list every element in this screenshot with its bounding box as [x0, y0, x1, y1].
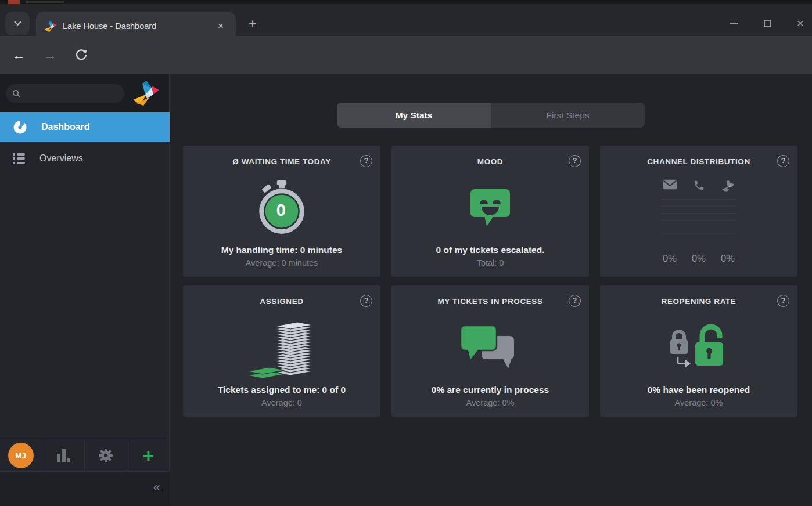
card-reopening-rate: REOPENING RATE ? 0% have been reopene [600, 285, 797, 417]
chat-bubbles-icon [459, 324, 521, 372]
background-window-fragment [26, 1, 64, 3]
card-title: REOPENING RATE [623, 297, 774, 306]
channel-percent-email: 0% [655, 253, 684, 264]
zammad-logo-icon [132, 79, 160, 107]
channel-percentages: 0% 0% 0% [655, 253, 742, 264]
sidebar-item-overviews[interactable]: Overviews [0, 143, 170, 174]
card-tickets-in-process: MY TICKETS IN PROCESS ? 0% are currently [391, 285, 589, 417]
window-controls: × [730, 12, 804, 34]
help-icon[interactable]: ? [777, 155, 789, 167]
tab-my-stats[interactable]: My Stats [337, 103, 491, 128]
search-input[interactable] [25, 89, 118, 98]
card-title: CHANNEL DISTRIBUTION [623, 157, 774, 166]
dashboard-content: My Stats First Steps Ø WAITING TIME TODA… [170, 74, 812, 506]
reload-button[interactable] [72, 46, 91, 64]
tab-search-button[interactable] [5, 12, 30, 35]
ticket-stack-icon [247, 318, 316, 378]
sidebar: Dashboard Overviews MJ [0, 74, 170, 506]
new-ticket-cell[interactable]: + [127, 439, 170, 472]
reopened-locks-icon [665, 323, 732, 373]
screen: Lake House - Dashboard × + × ← → ⚠ Not s… [0, 0, 812, 506]
sidebar-toolbar: MJ + [0, 439, 170, 471]
card-title: MY TICKETS IN PROCESS [415, 297, 566, 306]
reload-icon [74, 48, 88, 62]
user-menu[interactable]: MJ [0, 439, 42, 472]
sidebar-item-label: Overviews [39, 153, 83, 164]
card-secondary-text: Average: 0 minutes [246, 258, 318, 268]
browser-tabstrip: Lake House - Dashboard × + × [0, 4, 812, 36]
card-primary-text: 0 of my tickets escalated. [436, 245, 545, 255]
channel-percent-twitter: 0% [713, 253, 742, 264]
search-box[interactable] [6, 84, 124, 103]
stats-button[interactable] [42, 439, 85, 472]
tab-first-steps[interactable]: First Steps [491, 103, 645, 128]
card-primary-text: My handling time: 0 minutes [221, 245, 342, 255]
forward-button[interactable]: → [41, 46, 59, 64]
card-secondary-text: Total: 0 [477, 258, 504, 268]
gear-icon [98, 448, 113, 463]
card-waiting-time: Ø WAITING TIME TODAY ? 0 My handling tim… [183, 146, 380, 277]
channel-chart-gridlines [661, 199, 736, 242]
phone-channel-icon [693, 179, 705, 191]
collapse-sidebar-icon[interactable]: « [153, 480, 160, 495]
card-secondary-text: Average: 0 [261, 398, 302, 407]
card-primary-text: 0% are currently in process [432, 385, 549, 395]
card-primary-text: 0% have been reopened [648, 385, 750, 395]
help-icon[interactable]: ? [777, 295, 789, 307]
background-window-fragment [8, 0, 20, 4]
sidebar-item-dashboard[interactable]: Dashboard [0, 112, 170, 142]
mood-smiley-bubble-icon [468, 188, 513, 229]
plus-icon[interactable]: + [143, 447, 155, 464]
chevron-down-icon [14, 18, 21, 26]
window-close-icon[interactable]: × [797, 17, 804, 29]
card-channel-distribution: CHANNEL DISTRIBUTION ? [600, 146, 797, 277]
card-primary-text: Tickets assigned to me: 0 of 0 [218, 385, 346, 395]
email-channel-icon [663, 179, 677, 190]
dashboard-tabs: My Stats First Steps [337, 103, 645, 128]
browser-toolbar: ← → ⚠ Not secure zammad.internal/#dashbo… [0, 36, 812, 74]
dashboard-gauge-icon [13, 120, 27, 135]
zammad-favicon-icon [44, 20, 57, 32]
tab-title: Lake House - Dashboard [63, 21, 214, 31]
search-icon [12, 89, 21, 98]
stopwatch-value: 0 [276, 201, 286, 220]
background-window-sliver [0, 0, 812, 4]
channel-icons [655, 179, 742, 193]
help-icon[interactable]: ? [360, 295, 372, 307]
card-secondary-text: Average: 0% [675, 398, 723, 407]
channel-percent-phone: 0% [684, 253, 713, 264]
overviews-list-icon [13, 153, 26, 164]
help-icon[interactable]: ? [360, 155, 372, 167]
sidebar-footer: « [0, 471, 170, 506]
bar-chart-icon [57, 449, 70, 462]
window-maximize-icon[interactable] [764, 20, 771, 27]
card-secondary-text: Average: 0% [466, 398, 515, 407]
card-title: MOOD [415, 157, 566, 166]
back-button[interactable]: ← [9, 46, 28, 64]
help-icon[interactable]: ? [569, 295, 581, 307]
help-icon[interactable]: ? [569, 155, 581, 167]
card-title: ASSIGNED [206, 297, 357, 306]
card-mood: MOOD ? 0 of my tickets escalated. Total:… [391, 146, 589, 277]
card-title: Ø WAITING TIME TODAY [206, 157, 357, 166]
twitter-bird-channel-icon [721, 179, 735, 193]
tab-close-icon[interactable]: × [214, 19, 228, 33]
settings-button[interactable] [85, 439, 127, 472]
sidebar-item-label: Dashboard [41, 122, 90, 132]
window-minimize-icon[interactable] [730, 23, 738, 24]
card-assigned: ASSIGNED ? [183, 285, 380, 417]
sidebar-header [0, 74, 169, 112]
new-tab-button[interactable]: + [243, 15, 263, 34]
avatar[interactable]: MJ [8, 443, 34, 468]
